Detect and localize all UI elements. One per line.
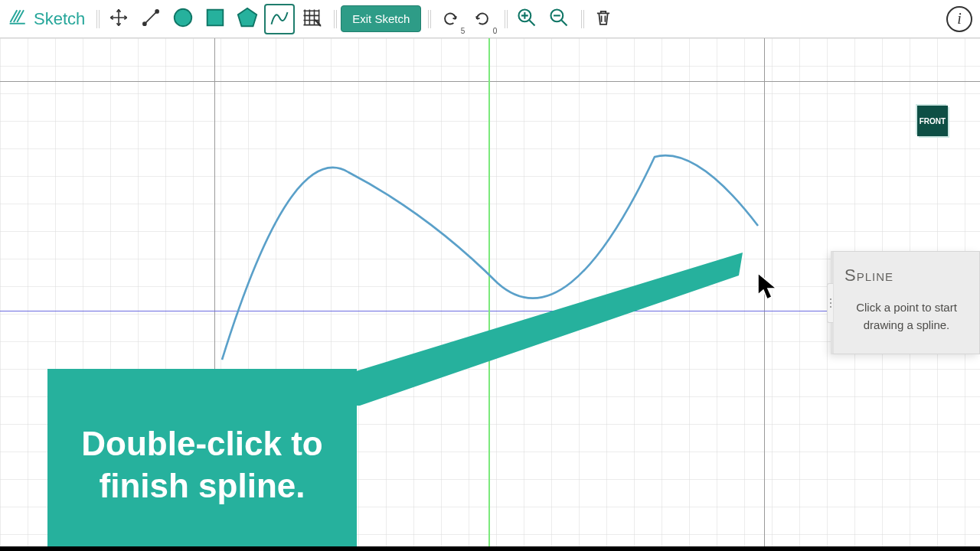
redo-button[interactable]: 0: [467, 4, 498, 34]
polygon-tool[interactable]: [232, 4, 263, 34]
view-cube-label: FRONT: [920, 117, 946, 126]
redo-icon: [472, 7, 493, 31]
undo-button[interactable]: 5: [435, 4, 466, 34]
axis-vertical: [488, 38, 490, 551]
delete-button[interactable]: [588, 4, 619, 34]
zoom-out-button[interactable]: [544, 4, 574, 34]
tutorial-callout: Double-click to finish spline.: [47, 369, 357, 551]
zoom-out-icon: [548, 7, 570, 31]
separator: [426, 8, 430, 30]
rectangle-tool[interactable]: [200, 4, 230, 34]
hint-body: Click a point to start drawing a spline.: [844, 299, 969, 334]
callout-text: Double-click to finish spline.: [70, 422, 334, 507]
toolbar-right: i: [946, 6, 972, 32]
hint-title: Spline: [844, 266, 969, 285]
app-root: Sketch: [0, 0, 980, 551]
separator: [332, 8, 336, 30]
separator: [502, 8, 507, 30]
grid-rule: [0, 81, 980, 82]
svg-rect-4: [207, 10, 224, 26]
circle-tool[interactable]: [168, 4, 198, 34]
redo-count: 0: [493, 27, 498, 35]
zoom-in-button[interactable]: [511, 4, 542, 34]
view-cube[interactable]: FRONT: [917, 106, 948, 136]
grid-rule: [764, 38, 765, 551]
zoom-in-icon: [516, 7, 537, 31]
sketch-canvas[interactable]: Double-click to finish spline. FRONT Spl…: [0, 38, 980, 551]
line-icon: [141, 8, 161, 30]
panel-collapse-handle[interactable]: [827, 283, 833, 323]
info-button[interactable]: i: [946, 6, 972, 32]
trash-icon: [593, 8, 613, 30]
move-icon: [109, 8, 129, 30]
info-icon: i: [957, 10, 962, 28]
svg-line-2: [145, 12, 157, 24]
toolbar: Sketch: [0, 0, 980, 38]
separator: [579, 8, 583, 30]
exit-sketch-button[interactable]: Exit Sketch: [341, 5, 421, 32]
brand-title: Sketch: [34, 9, 85, 29]
svg-marker-5: [238, 8, 256, 26]
undo-count: 5: [461, 27, 466, 35]
move-tool[interactable]: [103, 4, 134, 34]
line-tool[interactable]: [136, 4, 166, 34]
separator: [94, 8, 99, 30]
svg-point-3: [175, 9, 192, 27]
grid-snap-icon: [301, 7, 322, 31]
hint-panel: Spline Click a point to start drawing a …: [831, 251, 980, 354]
polygon-icon: [236, 6, 259, 31]
undo-icon: [439, 7, 461, 31]
brand: Sketch: [8, 6, 85, 32]
sketch-logo-icon: [8, 6, 29, 32]
spline-tool[interactable]: [264, 4, 295, 34]
circle-icon: [172, 6, 194, 31]
rectangle-icon: [204, 6, 227, 31]
frame-border: [0, 546, 980, 551]
spline-icon: [269, 7, 290, 31]
grid-snap-tool[interactable]: [296, 4, 327, 34]
